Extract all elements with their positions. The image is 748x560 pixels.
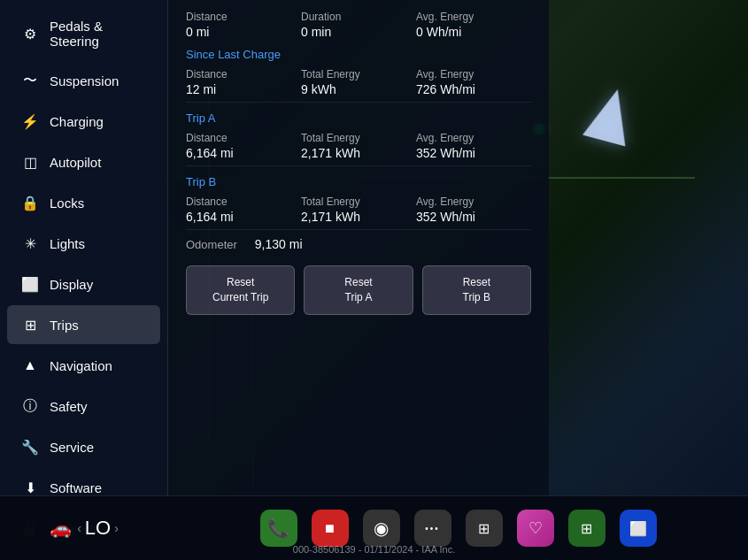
display-icon: ⬜ xyxy=(21,275,39,293)
sidebar-label-navigation: Navigation xyxy=(50,358,112,373)
green-grid-icon: ⊞ xyxy=(581,520,592,537)
stop-app[interactable]: ■ xyxy=(312,510,349,547)
sidebar-label-lights: Lights xyxy=(50,236,85,251)
lo-right-arrow[interactable]: › xyxy=(114,521,119,535)
sidebar-label-software: Software xyxy=(50,480,102,495)
sidebar-label-locks: Locks xyxy=(50,196,84,211)
reset-trip-b-button[interactable]: ResetTrip B xyxy=(422,265,531,315)
phone-app[interactable]: 📞 xyxy=(260,510,297,547)
current-trip-duration-stat: Duration 0 min xyxy=(301,11,389,39)
current-trip-energy-stat: Avg. Energy 0 Wh/mi xyxy=(416,11,505,39)
trip-b-distance-label: Distance xyxy=(186,196,274,208)
slc-energy-total-value: 9 kWh xyxy=(301,82,389,96)
safety-icon: ⓘ xyxy=(21,397,39,415)
trip-a-distance-stat: Distance 6,164 mi xyxy=(186,132,274,160)
current-trip-distance-label: Distance xyxy=(186,11,274,23)
dots-icon: ••• xyxy=(425,524,440,533)
dots-app[interactable]: ••• xyxy=(414,510,451,547)
trip-a-energy-total-stat: Total Energy 2,171 kWh xyxy=(301,132,389,160)
trip-b-energy-total-label: Total Energy xyxy=(301,196,389,208)
camera-app[interactable]: ◉ xyxy=(363,510,400,547)
sidebar: ⚙ Pedals & Steering 〜 Suspension ⚡ Charg… xyxy=(0,0,168,495)
sidebar-item-safety[interactable]: ⓘ Safety xyxy=(7,387,160,426)
sidebar-item-navigation[interactable]: ▲ Navigation xyxy=(7,346,160,385)
camera-icon: ◉ xyxy=(374,518,389,539)
slc-energy-total-label: Total Energy xyxy=(301,68,389,81)
charging-icon: ⚡ xyxy=(21,112,39,130)
since-last-charge-row: Distance 12 mi Total Energy 9 kWh Avg. E… xyxy=(186,68,531,96)
sidebar-item-trips[interactable]: ⊞ Trips xyxy=(7,305,160,344)
trip-b-avg-energy-label: Avg. Energy xyxy=(416,196,505,208)
autopilot-icon: ◫ xyxy=(21,153,39,171)
current-trip-duration-value: 0 min xyxy=(301,25,389,39)
trip-a-energy-total-value: 2,171 kWh xyxy=(301,146,389,160)
current-trip-distance-stat: Distance 0 mi xyxy=(186,11,274,39)
reset-current-trip-button[interactable]: ResetCurrent Trip xyxy=(186,265,295,315)
sidebar-item-display[interactable]: ⬜ Display xyxy=(7,265,160,303)
navigation-arrow xyxy=(582,84,639,147)
current-trip-energy-label: Avg. Energy xyxy=(416,11,505,23)
trip-b-avg-energy-stat: Avg. Energy 352 Wh/mi xyxy=(416,196,505,224)
trip-b-avg-energy-value: 352 Wh/mi xyxy=(416,210,505,224)
divider-1 xyxy=(186,102,531,103)
reset-buttons-group: ResetCurrent Trip ResetTrip A ResetTrip … xyxy=(186,265,531,315)
slc-avg-energy-value: 726 Wh/mi xyxy=(416,82,505,96)
app-dock: 📞 ■ ◉ ••• ⊞ ♡ ⊞ ⬜ xyxy=(168,510,748,547)
trip-b-row: Distance 6,164 mi Total Energy 2,171 kWh… xyxy=(186,196,531,224)
blue-icon: ⬜ xyxy=(629,520,647,537)
sidebar-label-safety: Safety xyxy=(50,399,88,414)
trip-b-energy-total-stat: Total Energy 2,171 kWh xyxy=(301,196,389,224)
trip-a-avg-energy-label: Avg. Energy xyxy=(416,132,505,144)
bottom-taskbar: 🚗 ‹ LO › 📞 ■ ◉ ••• ⊞ ♡ ⊞ ⬜ 00 xyxy=(0,495,748,560)
sidebar-label-trips: Trips xyxy=(50,318,79,333)
trip-a-energy-total-label: Total Energy xyxy=(301,132,389,144)
trip-b-header: Trip B xyxy=(186,175,531,188)
current-trip-distance-value: 0 mi xyxy=(186,25,274,39)
green-grid-app[interactable]: ⊞ xyxy=(568,510,605,547)
trips-panel: Distance 0 mi Duration 0 min Avg. Energy… xyxy=(168,0,549,495)
trip-a-row: Distance 6,164 mi Total Energy 2,171 kWh… xyxy=(186,132,531,160)
software-icon: ⬇ xyxy=(21,479,39,496)
sidebar-item-locks[interactable]: 🔒 Locks xyxy=(7,183,160,222)
stop-icon: ■ xyxy=(325,519,335,538)
sidebar-item-autopilot[interactable]: ◫ Autopilot xyxy=(7,142,160,181)
sidebar-label-pedals-steering: Pedals & Steering xyxy=(50,19,146,49)
sidebar-item-suspension[interactable]: 〜 Suspension xyxy=(7,61,160,100)
trip-a-distance-value: 6,164 mi xyxy=(186,146,274,160)
slc-distance-stat: Distance 12 mi xyxy=(186,68,274,96)
divider-3 xyxy=(186,229,531,230)
sidebar-label-service: Service xyxy=(50,440,94,455)
grid-icon: ⊞ xyxy=(478,520,490,537)
since-last-charge-header: Since Last Charge xyxy=(186,48,531,61)
reset-trip-a-button[interactable]: ResetTrip A xyxy=(304,265,413,315)
grid-app[interactable]: ⊞ xyxy=(466,510,503,547)
status-text: 000-38506139 - 01/11/2024 - IAA Inc. xyxy=(293,544,455,555)
slc-avg-energy-label: Avg. Energy xyxy=(416,68,505,81)
trip-b-energy-total-value: 2,171 kWh xyxy=(301,210,389,224)
sidebar-item-service[interactable]: 🔧 Service xyxy=(7,427,160,466)
trip-a-avg-energy-value: 352 Wh/mi xyxy=(416,146,505,160)
trip-a-avg-energy-stat: Avg. Energy 352 Wh/mi xyxy=(416,132,505,160)
slc-distance-value: 12 mi xyxy=(186,82,274,96)
sidebar-item-lights[interactable]: ✳ Lights xyxy=(7,224,160,263)
trip-b-distance-stat: Distance 6,164 mi xyxy=(186,196,274,224)
slc-energy-total-stat: Total Energy 9 kWh xyxy=(301,68,389,96)
heart-icon: ♡ xyxy=(528,518,543,538)
sidebar-item-pedals-steering[interactable]: ⚙ Pedals & Steering xyxy=(7,8,160,59)
trips-icon: ⊞ xyxy=(21,316,39,334)
lo-left-arrow[interactable]: ‹ xyxy=(77,521,81,535)
suspension-icon: 〜 xyxy=(21,72,39,89)
odometer-label: Odometer xyxy=(186,238,237,251)
sidebar-label-display: Display xyxy=(50,277,93,292)
current-trip-header: Distance 0 mi Duration 0 min Avg. Energy… xyxy=(186,11,531,39)
trip-b-distance-value: 6,164 mi xyxy=(186,210,274,224)
blue-app[interactable]: ⬜ xyxy=(620,510,657,547)
sidebar-item-charging[interactable]: ⚡ Charging xyxy=(7,102,160,141)
pink-app[interactable]: ♡ xyxy=(517,510,554,547)
divider-2 xyxy=(186,165,531,166)
pedals-icon: ⚙ xyxy=(21,25,39,42)
odometer-value: 9,130 mi xyxy=(255,237,303,251)
odometer-row: Odometer 9,130 mi xyxy=(186,237,531,251)
sidebar-label-autopilot: Autopilot xyxy=(50,155,101,170)
current-trip-duration-label: Duration xyxy=(301,11,389,23)
